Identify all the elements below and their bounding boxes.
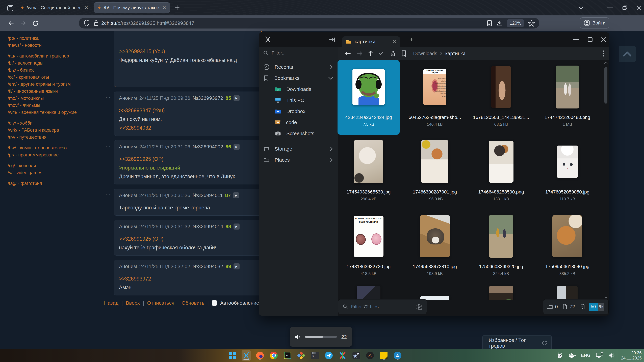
sidebar-item-code[interactable]: code bbox=[259, 117, 338, 128]
scroll-top-button[interactable] bbox=[619, 46, 636, 62]
file-tile[interactable]: 17466300287001.jpg 196.9 kB bbox=[404, 135, 466, 209]
post-line[interactable]: >>326991925 (ОР) bbox=[119, 236, 256, 242]
sidebar-item-places[interactable]: Places bbox=[259, 154, 338, 165]
file-tile[interactable]: Anatomy of Human Vagina mons pubis clito… bbox=[404, 60, 466, 135]
file-tile[interactable] bbox=[470, 284, 532, 300]
taskbar-telegram-icon[interactable] bbox=[324, 350, 334, 361]
nav-up-link[interactable]: Вверх bbox=[126, 300, 140, 306]
post-index[interactable]: 87 bbox=[225, 192, 231, 198]
post-line[interactable]: >>326994032 bbox=[119, 125, 256, 131]
board-link[interactable]: /wm/ - военная техника и оружие bbox=[8, 109, 108, 116]
scroll-down-icon[interactable] bbox=[604, 296, 608, 299]
file-tile[interactable]: 17506603369320.jpg 324.4 kB bbox=[470, 209, 532, 284]
fm-scrollbar[interactable] bbox=[604, 62, 608, 300]
board-link[interactable]: /news/ - новости bbox=[8, 42, 108, 49]
tab-close-icon[interactable]: ✕ bbox=[84, 5, 88, 10]
network-display-icon[interactable] bbox=[596, 352, 603, 359]
autoupdate-checkbox[interactable] bbox=[212, 300, 217, 306]
fm-tab-close-icon[interactable]: ✕ bbox=[392, 39, 396, 44]
zoom-level-badge[interactable]: 120% bbox=[507, 19, 524, 27]
taskbar-stars-app-icon[interactable] bbox=[352, 350, 361, 361]
post-expand-button[interactable]: ▶ bbox=[234, 144, 240, 150]
post-index[interactable]: 86 bbox=[226, 144, 231, 150]
fm-minimize-button[interactable] bbox=[573, 39, 579, 40]
post-line[interactable]: >>326993415 (You) bbox=[119, 48, 256, 55]
fm-tab[interactable]: картинки ✕ bbox=[342, 36, 400, 47]
post-index[interactable]: 85 bbox=[226, 95, 231, 101]
sidebar-item-storage[interactable]: Storage bbox=[259, 143, 338, 154]
board-link[interactable]: /cg/ - консоли bbox=[8, 162, 108, 169]
board-link[interactable]: /fl/ - иностранные языки bbox=[8, 88, 108, 95]
file-tile[interactable]: 17476052059050.jpg 110.7 kB bbox=[536, 135, 598, 209]
sort-icon[interactable] bbox=[580, 304, 585, 310]
taskbar-diamond-app-icon[interactable] bbox=[296, 350, 306, 361]
board-link[interactable]: /trv/ - путешествия bbox=[8, 134, 108, 141]
board-link[interactable]: /v/ - video games bbox=[8, 169, 108, 176]
sidebar-item-recents[interactable]: Recents bbox=[259, 61, 338, 73]
fm-new-tab-button[interactable]: + bbox=[410, 36, 413, 43]
fm-up-button[interactable] bbox=[368, 50, 374, 57]
post-number[interactable]: №326994032 bbox=[192, 264, 223, 269]
ollama-tray-icon[interactable] bbox=[556, 352, 563, 359]
login-button[interactable]: Войти bbox=[580, 17, 609, 28]
nav-refresh-link[interactable]: Обновить bbox=[182, 300, 204, 306]
board-link[interactable]: /diy/ - хобби bbox=[8, 120, 108, 127]
board-link[interactable]: /mo/ - мотоциклы bbox=[8, 95, 108, 102]
file-tile[interactable]: YOU BECOME WHAT YOU FEED YOUR MIND 17481… bbox=[338, 209, 400, 284]
fm-zoom-badge[interactable]: 50 % bbox=[589, 303, 604, 311]
board-link[interactable]: /biz/ - бизнес bbox=[8, 66, 108, 74]
file-tile[interactable]: 1678120508_144138931... 68.5 kB bbox=[470, 60, 532, 135]
docker-tray-icon[interactable] bbox=[568, 353, 576, 359]
back-button[interactable] bbox=[8, 20, 15, 26]
fm-status-filter[interactable] bbox=[338, 299, 427, 314]
language-indicator[interactable]: ENG bbox=[581, 353, 590, 358]
post-index[interactable]: 89 bbox=[226, 264, 231, 269]
breadcrumb-downloads[interactable]: Downloads bbox=[413, 51, 437, 56]
fm-lock-icon[interactable] bbox=[390, 50, 396, 57]
taskbar-sticky-notes-icon[interactable] bbox=[379, 350, 388, 361]
fm-bookmark-icon[interactable] bbox=[401, 50, 406, 57]
collapse-sidebar-icon[interactable] bbox=[329, 37, 335, 42]
scrollbar-thumb[interactable] bbox=[604, 67, 608, 104]
refresh-icon[interactable] bbox=[541, 340, 548, 347]
sidebar-item-dropbox[interactable]: Dropbox bbox=[259, 106, 338, 117]
window-close-button[interactable] bbox=[636, 5, 642, 11]
post-line[interactable]: >>326993847 (You) bbox=[119, 107, 256, 114]
fm-history-chevron-icon[interactable] bbox=[378, 52, 383, 55]
taskbar-docker-icon[interactable] bbox=[393, 350, 402, 361]
more-options-icon[interactable] bbox=[602, 50, 604, 57]
board-link[interactable]: /pr/ - программирование bbox=[8, 151, 108, 158]
post-line[interactable]: >>326993972 bbox=[119, 276, 256, 282]
post-number[interactable]: №326994014 bbox=[192, 224, 223, 229]
post-expand-button[interactable]: ▶ bbox=[234, 95, 240, 101]
board-link[interactable]: /cc/ - криптовалюты bbox=[8, 74, 108, 81]
fm-maximize-button[interactable] bbox=[588, 37, 593, 42]
nav-unsubscribe-link[interactable]: Отписаться bbox=[147, 300, 174, 306]
new-tab-button[interactable] bbox=[174, 5, 180, 11]
post-line[interactable]: >>326991925 (ОР) bbox=[119, 156, 256, 162]
post-expand-button[interactable]: ▶ bbox=[234, 224, 240, 230]
taskbar-anarchy-app-icon[interactable]: A bbox=[365, 350, 375, 361]
post-number[interactable]: №326993972 bbox=[192, 95, 223, 101]
tree-view-icon[interactable] bbox=[415, 303, 422, 310]
sidebar-item-screenshots[interactable]: Screenshots bbox=[259, 128, 338, 139]
file-tile[interactable]: 17466486258590.png 133.1 kB bbox=[470, 135, 532, 209]
taskbar-crossed-x-app-icon[interactable] bbox=[338, 350, 347, 361]
taskbar-chrome-icon[interactable] bbox=[269, 350, 278, 361]
taskbar-terminal-icon[interactable]: >_ bbox=[310, 350, 320, 361]
start-button[interactable] bbox=[228, 350, 237, 361]
board-link[interactable]: /mov/ - Фильмы bbox=[8, 102, 108, 109]
window-minimize-button[interactable] bbox=[607, 7, 613, 8]
post-number[interactable]: №326994011 bbox=[192, 192, 223, 198]
board-link[interactable]: /au/ - автомобили и транспорт bbox=[8, 52, 108, 59]
shield-icon[interactable] bbox=[84, 20, 90, 27]
file-tile[interactable]: 17447422260480.png 1 MB bbox=[536, 60, 598, 135]
taskbar-pycharm-icon[interactable]: PC bbox=[283, 350, 292, 361]
post-number[interactable]: №326994002 bbox=[192, 144, 223, 150]
taskbar-firefox-icon[interactable] bbox=[255, 350, 265, 361]
tray-speaker-icon[interactable] bbox=[608, 352, 616, 359]
favorites-label[interactable]: Избранное / Топ тредов bbox=[489, 337, 541, 349]
taskbar-xplorer-icon[interactable] bbox=[242, 350, 251, 361]
post-expand-button[interactable]: ▶ bbox=[234, 263, 240, 270]
board-link[interactable]: /em/ - другие страны и туризм bbox=[8, 81, 108, 88]
